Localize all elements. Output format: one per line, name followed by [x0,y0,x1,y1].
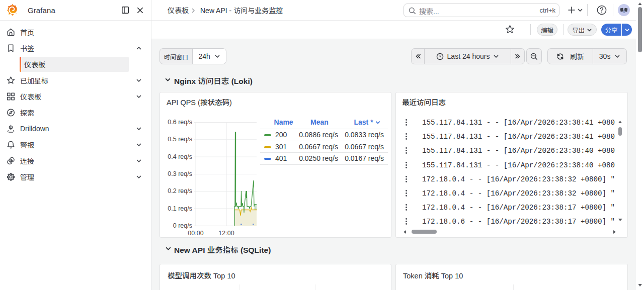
svg-text:0 req/s: 0 req/s [173,222,192,229]
svg-text:0.1 req/s: 0.1 req/s [168,205,192,212]
svg-text:0.5 req/s: 0.5 req/s [168,136,192,143]
svg-text:0.2 req/s: 0.2 req/s [168,187,192,195]
svg-text:00:00: 00:00 [188,230,203,237]
svg-text:0.4 req/s: 0.4 req/s [168,153,192,160]
svg-text:0.3 req/s: 0.3 req/s [168,170,192,177]
svg-text:12:00: 12:00 [218,230,234,237]
svg-text:0.6 req/s: 0.6 req/s [168,119,192,126]
